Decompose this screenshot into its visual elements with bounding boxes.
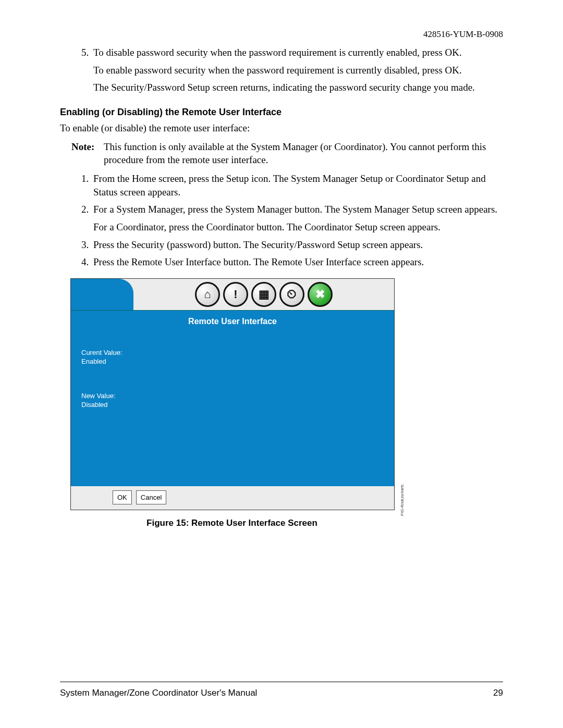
step-4: Press the Remote User Interface button. … bbox=[91, 255, 503, 269]
section-heading: Enabling (or Disabling) the Remote User … bbox=[60, 106, 503, 118]
step-4-text: Press the Remote User Interface button. … bbox=[93, 256, 424, 267]
step-5a-text: To disable password security when the pa… bbox=[93, 47, 462, 58]
step-5b-text: To enable password security when the pas… bbox=[93, 64, 503, 77]
note-block: Note: This function is only available at… bbox=[71, 140, 503, 167]
grid-icon[interactable]: ▦ bbox=[251, 282, 276, 307]
step-3: Press the Security (password) button. Th… bbox=[91, 238, 503, 252]
document-id: 428516-YUM-B-0908 bbox=[60, 29, 503, 41]
button-row: OK Cancel bbox=[71, 486, 394, 510]
toolbar-icons: ⌂ ! ▦ ⏲ ✖ bbox=[133, 279, 394, 310]
clock-icon[interactable]: ⏲ bbox=[279, 282, 304, 307]
step-2a-text: For a System Manager, press the System M… bbox=[93, 204, 497, 215]
current-value-label: Curent Value: bbox=[81, 348, 384, 357]
active-tab[interactable] bbox=[71, 279, 133, 310]
footer-manual-title: System Manager/Zone Coordinator User's M… bbox=[60, 687, 257, 699]
tools-icon[interactable]: ✖ bbox=[308, 282, 333, 307]
figure-caption: Figure 15: Remote User Interface Screen bbox=[70, 517, 394, 529]
new-value: Disabled bbox=[81, 400, 384, 410]
page-footer: System Manager/Zone Coordinator User's M… bbox=[60, 682, 503, 699]
step-2b-text: For a Coordinator, press the Coordinator… bbox=[93, 220, 503, 234]
new-value-group: New Value: Disabled bbox=[81, 391, 384, 410]
step-3-text: Press the Security (password) button. Th… bbox=[93, 239, 423, 250]
intro-text: To enable (or disable) the remote user i… bbox=[60, 121, 503, 135]
note-text: This function is only available at the S… bbox=[104, 140, 503, 167]
figure-15: ⌂ ! ▦ ⏲ ✖ Remote User Interface Curent V… bbox=[70, 278, 401, 529]
footer-page-number: 29 bbox=[493, 687, 503, 699]
home-icon[interactable]: ⌂ bbox=[195, 282, 220, 307]
new-value-label: New Value: bbox=[81, 391, 384, 401]
current-value-group: Curent Value: Enabled bbox=[81, 348, 384, 366]
cancel-button[interactable]: Cancel bbox=[136, 490, 166, 505]
alert-icon[interactable]: ! bbox=[223, 282, 248, 307]
step-2: For a System Manager, press the System M… bbox=[91, 203, 503, 233]
list-item-5: To disable password security when the pa… bbox=[91, 46, 503, 94]
device-screenshot: ⌂ ! ▦ ⏲ ✖ Remote User Interface Curent V… bbox=[70, 278, 395, 510]
figure-side-label: FIG-RmtUsrIntrfc bbox=[400, 484, 406, 516]
device-toolbar: ⌂ ! ▦ ⏲ ✖ bbox=[71, 279, 394, 310]
ok-button[interactable]: OK bbox=[113, 490, 132, 505]
current-value: Enabled bbox=[81, 357, 384, 366]
step-1-text: From the Home screen, press the Setup ic… bbox=[93, 173, 486, 198]
step-5c-text: The Security/Password Setup screen retur… bbox=[93, 81, 503, 94]
step-1: From the Home screen, press the Setup ic… bbox=[91, 172, 503, 199]
note-label: Note: bbox=[71, 140, 104, 167]
panel-body: Curent Value: Enabled New Value: Disable… bbox=[71, 332, 394, 486]
panel-title: Remote User Interface bbox=[71, 310, 394, 332]
